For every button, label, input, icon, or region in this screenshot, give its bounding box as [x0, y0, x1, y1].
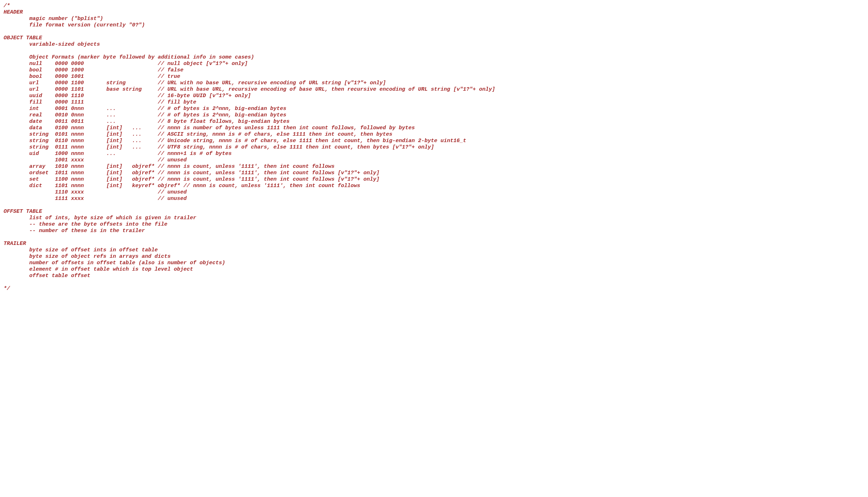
header-title: HEADER: [4, 9, 23, 15]
offset-table-line: -- these are the byte offsets into the f…: [29, 221, 167, 227]
trailer-line: offset table offset: [29, 273, 90, 279]
comment-open: /*: [4, 3, 10, 9]
object-format-rows: null 0000 0000 // null object [v"1?"+ on…: [4, 61, 495, 202]
offset-table-title: OFFSET TABLE: [4, 209, 42, 215]
trailer-title: TRAILER: [4, 241, 26, 247]
offset-table-line: list of ints, byte size of which is give…: [29, 215, 196, 221]
comment-close: */: [4, 286, 10, 292]
object-formats-header: Object Formats (marker byte followed by …: [29, 54, 254, 60]
trailer-line: byte size of offset ints in offset table: [29, 247, 158, 253]
trailer-line: number of offsets in offset table (also …: [29, 260, 225, 266]
trailer-line: element # in offset table which is top l…: [29, 266, 193, 272]
object-table-intro: variable-sized objects: [29, 41, 100, 47]
offset-table-line: -- number of these is in the trailer: [29, 228, 145, 234]
header-line: file format version (currently "0?"): [29, 22, 145, 28]
header-line: magic number ("bplist"): [29, 16, 103, 22]
trailer-line: byte size of object refs in arrays and d…: [29, 253, 171, 260]
object-table-title: OBJECT TABLE: [4, 35, 42, 41]
comment-block: /* HEADER magic number ("bplist") file f…: [0, 0, 868, 295]
